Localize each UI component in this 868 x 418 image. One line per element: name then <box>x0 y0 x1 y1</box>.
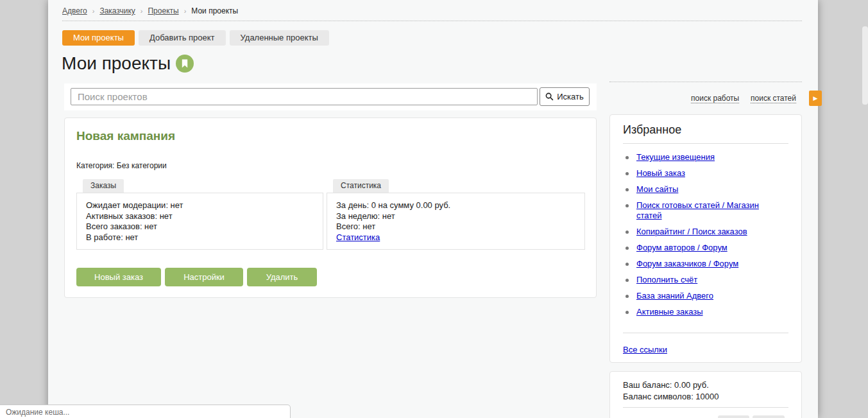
bullet-icon <box>625 263 629 266</box>
page-title: Мои проекты <box>62 53 171 74</box>
delete-button[interactable]: Удалить <box>247 268 317 286</box>
tab-orders[interactable]: Заказы <box>83 179 124 193</box>
favorites-list: Текущие извещения Новый заказ Мои сайты … <box>623 152 780 323</box>
stats-week-line: За неделю: нет <box>336 211 575 222</box>
stats-day-line: За день: 0 на сумму 0.00 руб. <box>336 200 575 211</box>
list-item: Форум авторов / Форум <box>623 243 780 253</box>
bookmark-icon <box>176 55 194 73</box>
bullet-icon <box>625 204 629 207</box>
favorites-title: Избранное <box>623 123 681 137</box>
breadcrumb-link-projects[interactable]: Проекты <box>148 6 178 15</box>
favorites-link-article-store[interactable]: Поиск готовых статей / Магазин статей <box>636 200 759 220</box>
breadcrumb-link-customer[interactable]: Заказчику <box>99 6 135 15</box>
bullet-icon <box>625 295 629 298</box>
nav-tab-deleted-projects[interactable]: Удаленные проекты <box>230 30 329 46</box>
balance-action-button[interactable] <box>718 415 749 418</box>
list-item: Текущие извещения <box>623 152 780 162</box>
favorites-link-notifications[interactable]: Текущие извещения <box>636 152 715 162</box>
search-input[interactable] <box>71 88 538 105</box>
bullet-icon <box>625 172 629 175</box>
all-links-link[interactable]: Все ссылки <box>623 345 667 354</box>
favorites-link-active-orders[interactable]: Активные заказы <box>636 307 703 317</box>
tab-statistics[interactable]: Статистика <box>333 179 389 193</box>
chevron-right-icon: ▶ <box>813 95 818 101</box>
list-item: Пополнить счёт <box>623 275 780 285</box>
stats-total-line: Всего: нет <box>336 222 575 232</box>
bullet-icon <box>625 156 629 159</box>
breadcrumb-divider <box>62 21 802 21</box>
balance-amount: Ваш баланс: 0.00 руб. <box>623 380 709 390</box>
status-text: Ожидание кеша... <box>6 408 69 417</box>
search-icon <box>545 92 554 101</box>
scrollbar-thumb[interactable] <box>862 26 868 105</box>
balance-panel: Ваш баланс: 0.00 руб. Баланс символов: 1… <box>609 371 802 418</box>
list-item: Копирайтинг / Поиск заказов <box>623 227 780 237</box>
quick-link-find-work[interactable]: поиск работы <box>691 94 739 103</box>
favorites-panel: Избранное Текущие извещения Новый заказ … <box>609 114 802 363</box>
orders-inwork-line: В работе: нет <box>86 232 314 243</box>
favorites-link-top-up[interactable]: Пополнить счёт <box>636 275 697 284</box>
sidebar-top-divider <box>609 82 802 82</box>
balance-symbols: Баланс символов: 10000 <box>623 392 719 401</box>
list-item: Активные заказы <box>623 307 780 317</box>
favorites-link-my-sites[interactable]: Мои сайты <box>636 184 678 194</box>
balance-action-button[interactable] <box>753 415 785 418</box>
orders-moderation-line: Ожидает модерации: нет <box>86 200 314 211</box>
divider <box>623 143 788 144</box>
status-bar: Ожидание кеша... <box>0 405 291 418</box>
section-nav: Мои проекты Добавить проект Удаленные пр… <box>62 30 329 46</box>
divider <box>623 407 788 408</box>
list-item: Форум заказчиков / Форум <box>623 259 780 269</box>
project-category: Категория: Без категории <box>76 161 167 170</box>
bullet-icon <box>625 188 629 191</box>
search-button-label: Искать <box>557 92 584 101</box>
favorites-link-customers-forum[interactable]: Форум заказчиков / Форум <box>636 259 738 268</box>
favorites-link-knowledge-base[interactable]: База знаний Адвего <box>636 291 713 300</box>
breadcrumb-separator: › <box>92 7 95 15</box>
bullet-icon <box>625 311 629 314</box>
quick-link-find-articles[interactable]: поиск статей <box>751 94 796 103</box>
page-title-row: Мои проекты <box>62 53 194 74</box>
expand-panel-button[interactable]: ▶ <box>809 91 822 106</box>
orders-active-line: Активных заказов: нет <box>86 211 314 222</box>
bullet-icon <box>625 247 629 250</box>
nav-tab-my-projects[interactable]: Мои проекты <box>62 30 135 46</box>
favorites-link-new-order[interactable]: Новый заказ <box>636 168 685 178</box>
list-item: Поиск готовых статей / Магазин статей <box>623 200 780 221</box>
bullet-icon <box>625 231 629 234</box>
search-button[interactable]: Искать <box>540 87 590 106</box>
favorites-link-copywriting[interactable]: Копирайтинг / Поиск заказов <box>636 227 747 236</box>
breadcrumb: Адвего›Заказчику›Проекты›Мои проекты <box>62 6 238 15</box>
breadcrumb-link-advego[interactable]: Адвего <box>62 6 87 15</box>
list-item: База знаний Адвего <box>623 291 780 301</box>
project-search-bar: Искать <box>64 83 597 110</box>
divider <box>623 333 788 333</box>
new-order-button[interactable]: Новый заказ <box>76 268 161 286</box>
statistics-link[interactable]: Статистика <box>336 232 380 242</box>
settings-button[interactable]: Настройки <box>165 268 243 286</box>
list-item: Новый заказ <box>623 168 780 179</box>
breadcrumb-separator: › <box>140 7 143 15</box>
nav-tab-add-project[interactable]: Добавить проект <box>139 30 226 46</box>
statistics-summary-box: За день: 0 на сумму 0.00 руб. За неделю:… <box>327 193 585 250</box>
orders-total-line: Всего заказов: нет <box>86 222 314 232</box>
list-item: Мои сайты <box>623 184 780 195</box>
breadcrumb-separator: › <box>184 7 187 15</box>
orders-summary-box: Ожидает модерации: нет Активных заказов:… <box>76 193 323 250</box>
project-title-link[interactable]: Новая кампания <box>76 129 175 143</box>
bullet-icon <box>625 279 629 282</box>
project-card: Новая кампания Категория: Без категории … <box>64 118 597 298</box>
breadcrumb-current: Мои проекты <box>191 6 238 15</box>
favorites-link-authors-forum[interactable]: Форум авторов / Форум <box>636 243 728 252</box>
